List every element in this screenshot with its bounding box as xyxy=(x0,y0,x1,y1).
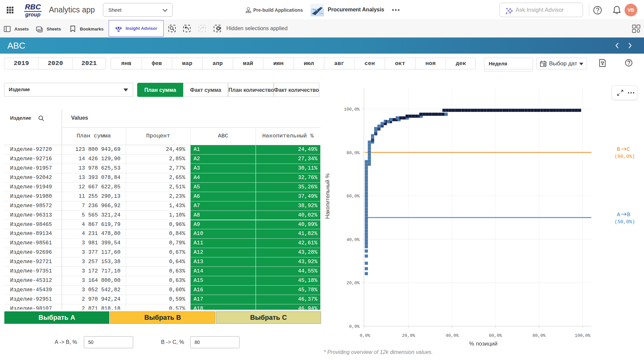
svg-text:100,0%: 100,0% xyxy=(344,107,360,112)
svg-text:40,0%: 40,0% xyxy=(346,237,360,242)
svg-text:0,0%: 0,0% xyxy=(349,324,360,329)
svg-text:20,0%: 20,0% xyxy=(346,281,360,286)
svg-text:% позиций: % позиций xyxy=(469,341,497,347)
svg-text:B: B xyxy=(617,146,620,153)
svg-text:Накопительный %: Накопительный % xyxy=(325,173,330,219)
svg-text:(80,0%): (80,0%) xyxy=(614,154,635,159)
svg-text:A: A xyxy=(617,212,620,218)
svg-text:60,0%: 60,0% xyxy=(489,333,502,338)
svg-text:0,0%: 0,0% xyxy=(360,333,370,338)
svg-text:40,0%: 40,0% xyxy=(445,333,459,338)
svg-text:B: B xyxy=(627,212,630,218)
svg-text:20,0%: 20,0% xyxy=(402,333,415,338)
svg-text:(50,0%): (50,0%) xyxy=(614,219,635,225)
svg-text:80,0%: 80,0% xyxy=(532,333,545,338)
svg-text:C: C xyxy=(627,146,630,153)
svg-text:60,0%: 60,0% xyxy=(346,194,360,199)
svg-text:80,0%: 80,0% xyxy=(346,150,360,156)
svg-text:100,0%: 100,0% xyxy=(575,333,591,338)
